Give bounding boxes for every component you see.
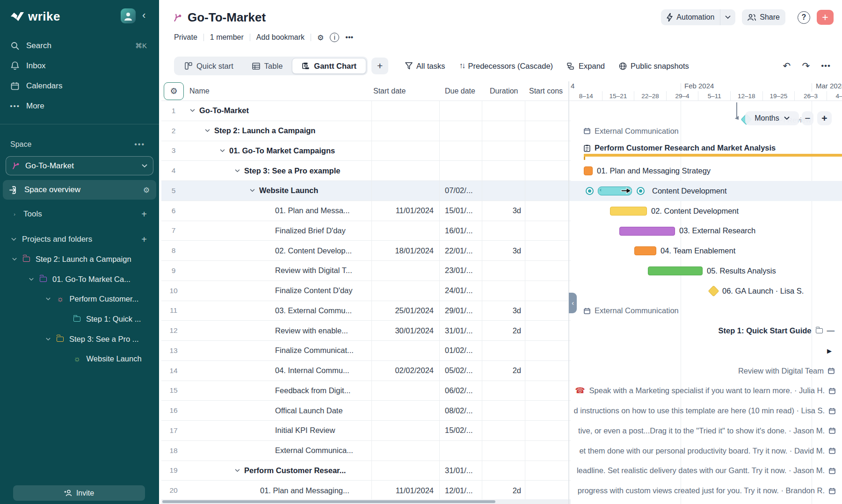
undo-icon[interactable]: ↶ — [783, 60, 791, 72]
clipped-row: ☎Speak with a Marketing specialist if yo… — [569, 381, 842, 401]
funnel-icon — [405, 62, 413, 70]
chevron-down-icon[interactable] — [250, 189, 255, 192]
more-icon[interactable]: ••• — [345, 33, 353, 42]
members-label[interactable]: 1 member — [210, 33, 244, 42]
dependency-handle-left[interactable] — [586, 187, 594, 195]
table-row[interactable]: 12Review with enable...30/01/202431/01/.… — [161, 321, 571, 341]
table-row[interactable]: 1404. Internal Commu...02/02/202405/02/.… — [161, 361, 571, 381]
resize-left-icon[interactable]: ‹ — [600, 187, 602, 193]
table-row[interactable]: 1103. External Commu...25/01/202429/01/.… — [161, 301, 571, 321]
plus-icon[interactable]: + — [141, 209, 147, 220]
task-name: Feedback from Digit... — [184, 381, 369, 401]
plus-icon[interactable]: + — [141, 234, 147, 245]
sidebar-item-more[interactable]: •••More — [0, 96, 159, 116]
invite-button[interactable]: Invite — [13, 485, 145, 501]
table-row[interactable]: 5Website Launch07/02/... — [161, 181, 571, 201]
space-section-menu-icon[interactable]: ••• — [134, 140, 145, 149]
add-view-button[interactable]: + — [371, 58, 388, 74]
table-row[interactable]: 18External Communica... — [161, 441, 571, 461]
sidebar-item-tools[interactable]: › Tools + — [0, 204, 159, 224]
gear-icon[interactable]: ⚙ — [143, 186, 150, 194]
redo-icon[interactable]: ↷ — [802, 60, 810, 72]
share-button[interactable]: Share — [742, 9, 785, 25]
space-selector[interactable]: Go-To-Market — [6, 156, 153, 175]
sidebar-item-inbox[interactable]: Inbox — [0, 56, 159, 76]
table-row[interactable]: 802. Content Develop...18/01/202422/01/.… — [161, 241, 571, 261]
table-row[interactable]: 16Offical Launch Date08/02/... — [161, 401, 571, 421]
automation-dropdown[interactable] — [720, 9, 735, 25]
table-row[interactable]: 1Go-To-Market — [161, 101, 571, 121]
column-header-due[interactable]: Due date — [445, 81, 481, 101]
table-row[interactable]: 2001. Plan and Messaging...11/01/202412/… — [161, 481, 571, 501]
chevron-down-icon[interactable] — [220, 149, 225, 152]
task-bar[interactable] — [634, 246, 656, 255]
toolbar-more-icon[interactable]: ••• — [821, 61, 831, 71]
scrollbar-thumb[interactable] — [162, 500, 495, 503]
create-button[interactable]: + — [817, 10, 834, 25]
sidebar-tree-item[interactable]: Step 3: See a Pro ... — [0, 329, 159, 349]
table-row[interactable]: 17Initial KPI Review15/02/... — [161, 421, 571, 441]
table-row[interactable]: 15Feedback from Digit...06/02/... — [161, 381, 571, 401]
column-divider — [482, 461, 482, 481]
help-button[interactable]: ? — [798, 11, 810, 24]
column-header-startcons[interactable]: Start cons — [529, 81, 568, 101]
tab-table[interactable]: Table — [243, 58, 292, 74]
sidebar-tree-item[interactable]: 01. Go-To Market Ca... — [0, 269, 159, 289]
expand-button[interactable]: Expand — [567, 62, 605, 71]
start-date — [369, 381, 439, 401]
calendar-icon — [10, 82, 20, 90]
user-avatar[interactable] — [121, 8, 136, 23]
sidebar-collapse-icon[interactable]: ‹ — [142, 9, 145, 22]
table-row[interactable]: 601. Plan and Messa...11/01/202415/01/..… — [161, 201, 571, 221]
info-icon[interactable]: i — [330, 33, 339, 42]
add-bookmark-link[interactable]: Add bookmark — [256, 33, 305, 42]
table-row[interactable]: 7Finalized Brief D'day16/01/... — [161, 221, 571, 241]
task-bar[interactable] — [584, 166, 593, 175]
sidebar-tree-item[interactable]: ☼Website Launch — [0, 349, 159, 369]
project-summary-bar[interactable] — [584, 154, 842, 157]
gear-icon[interactable]: ⚙ — [317, 33, 324, 42]
table-row[interactable]: 2Step 2: Launch a Campaign — [161, 121, 571, 141]
automation-main[interactable]: Automation — [661, 9, 720, 25]
sort-button[interactable]: ↑↓ Predecessors (Cascade) — [459, 61, 553, 71]
zoom-out-button[interactable]: − — [802, 111, 813, 125]
task-bar[interactable] — [619, 227, 675, 236]
title-bar: Go-To-Market Automation Share ? + — [173, 7, 834, 27]
timescale-dropdown[interactable]: Months — [745, 111, 799, 125]
chevron-down-icon[interactable] — [235, 169, 240, 173]
table-settings-button[interactable]: ⚙ — [164, 82, 184, 100]
dependency-handle-right[interactable] — [637, 187, 645, 195]
privacy-label[interactable]: Private — [174, 33, 197, 42]
sidebar-item-calendars[interactable]: Calendars — [0, 76, 159, 96]
sidebar-item-search[interactable]: Search⌘K — [0, 36, 159, 56]
sidebar-tree-item[interactable]: ☼Perform Customer... — [0, 289, 159, 309]
sidebar-tree-item[interactable]: Step 1: Quick ... — [0, 309, 159, 329]
tab-quick-start[interactable]: Quick start — [175, 58, 243, 74]
public-snapshots-button[interactable]: Public snapshots — [619, 62, 689, 71]
milestone-diamond[interactable] — [708, 285, 719, 296]
chevron-down-icon[interactable] — [205, 129, 210, 132]
filter-button[interactable]: All tasks — [405, 62, 445, 71]
table-row[interactable]: 9Review with Digital T...23/01/... — [161, 261, 571, 281]
tab-gantt-chart[interactable]: Gantt Chart — [292, 58, 366, 74]
task-bar[interactable] — [648, 266, 703, 275]
column-header-duration[interactable]: Duration — [490, 81, 524, 101]
column-divider — [482, 341, 482, 360]
sidebar-tree-item[interactable]: Step 2: Launch a Campaign — [0, 249, 159, 269]
wrike-logo[interactable]: wrike — [10, 9, 60, 24]
sidebar-item-space-overview[interactable]: Space overview ⚙ — [3, 180, 156, 200]
table-row[interactable]: 301. Go-To Market Campaigns — [161, 141, 571, 161]
table-row[interactable]: 4Step 3: See a Pro example — [161, 161, 571, 181]
month-label: Feb 2024 — [684, 82, 714, 90]
table-row[interactable]: 19Perform Customer Resear...31/01/... — [161, 461, 571, 481]
chevron-down-icon[interactable] — [235, 469, 240, 472]
table-row[interactable]: 13Finalize Communicat...01/02/... — [161, 341, 571, 361]
table-row[interactable]: 10Finalize Content D'day24/01/... — [161, 281, 571, 301]
column-header-start[interactable]: Start date — [373, 81, 438, 101]
column-header-name[interactable]: Name — [189, 81, 367, 101]
zoom-in-button[interactable]: + — [817, 111, 832, 125]
task-bar[interactable] — [610, 207, 647, 216]
calendar-icon — [829, 488, 835, 494]
chevron-down-icon[interactable] — [190, 109, 195, 112]
sidebar-item-projects-folders[interactable]: Projects and folders + — [0, 230, 159, 249]
